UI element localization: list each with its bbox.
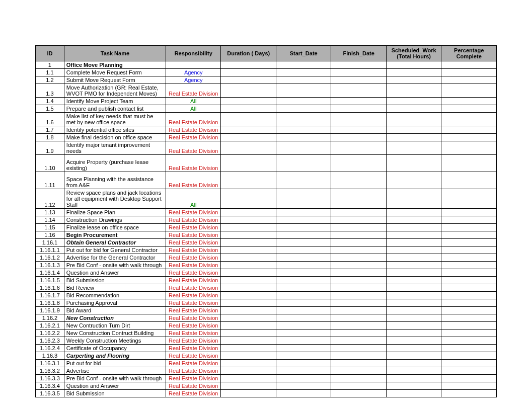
cell-duration (221, 390, 276, 397)
cell-finish-date (331, 231, 386, 239)
cell-responsibility: Real Estate Division (166, 155, 220, 172)
cell-duration (221, 337, 276, 345)
cell-start-date (276, 134, 331, 141)
cell-finish-date (331, 172, 386, 189)
cell-duration (221, 231, 276, 239)
cell-start-date (276, 105, 331, 113)
cell-id: 1.16.1.8 (36, 299, 64, 307)
cell-id: 1.2 (36, 76, 64, 84)
table-row: 1.16Begin ProcurementReal Estate Divisio… (36, 231, 497, 239)
cell-hours (386, 172, 441, 189)
cell-start-date (276, 322, 331, 330)
cell-duration (221, 224, 276, 231)
cell-id: 1.16.2 (36, 314, 64, 322)
cell-task-name: Put out for bid (64, 360, 166, 367)
cell-hours (386, 61, 441, 69)
cell-responsibility: Real Estate Division (166, 239, 220, 246)
cell-responsibility: Agency (166, 76, 220, 84)
table-row: 1.10Acquire Property (purchase lease exi… (36, 155, 497, 172)
cell-id: 1.14 (36, 216, 64, 224)
cell-pct (441, 155, 497, 172)
cell-hours (386, 284, 441, 292)
cell-finish-date (331, 360, 386, 367)
cell-responsibility: Real Estate Division (166, 322, 220, 330)
cell-id: 1.16.2.2 (36, 330, 64, 337)
cell-finish-date (331, 322, 386, 330)
cell-pct (441, 367, 497, 375)
cell-finish-date (331, 155, 386, 172)
cell-responsibility: Real Estate Division (166, 292, 220, 299)
cell-id: 1.16.2.4 (36, 345, 64, 352)
cell-finish-date (331, 224, 386, 231)
cell-task-name: New Construction Contruct Building (64, 330, 166, 337)
cell-task-name: Pre Bid Conf - onsite with walk through (64, 262, 166, 269)
cell-hours (386, 352, 441, 360)
table-row: 1.16.1.1Put out for bid for General Cont… (36, 246, 497, 254)
cell-start-date (276, 231, 331, 239)
cell-finish-date (331, 262, 386, 269)
cell-task-name: Submit Move Request Form (64, 76, 166, 84)
cell-start-date (276, 360, 331, 367)
cell-finish-date (331, 382, 386, 390)
cell-duration (221, 113, 276, 126)
cell-duration (221, 98, 276, 105)
cell-duration (221, 277, 276, 284)
cell-responsibility: Agency (166, 69, 220, 76)
cell-hours (386, 367, 441, 375)
cell-hours (386, 76, 441, 84)
cell-finish-date (331, 76, 386, 84)
cell-duration (221, 254, 276, 262)
header-hours: Scheduled_Work (Total Hours) (386, 46, 441, 61)
cell-duration (221, 367, 276, 375)
cell-hours (386, 254, 441, 262)
cell-pct (441, 337, 497, 345)
cell-id: 1.8 (36, 134, 64, 141)
cell-task-name: Space Planning with the assistance from … (64, 172, 166, 189)
cell-finish-date (331, 307, 386, 314)
cell-start-date (276, 277, 331, 284)
cell-responsibility: Real Estate Division (166, 277, 220, 284)
cell-finish-date (331, 189, 386, 209)
cell-pct (441, 134, 497, 141)
cell-finish-date (331, 375, 386, 382)
table-row: 1.8Make final decision on office spaceRe… (36, 134, 497, 141)
table-row: 1.16.1.9Bid AwardReal Estate Division (36, 307, 497, 314)
cell-pct (441, 246, 497, 254)
cell-hours (386, 299, 441, 307)
cell-id: 1.16.1.4 (36, 269, 64, 277)
cell-task-name: Make final decision on office space (64, 134, 166, 141)
cell-start-date (276, 69, 331, 76)
table-row: 1.14Construction DrawingsReal Estate Div… (36, 216, 497, 224)
cell-id: 1.10 (36, 155, 64, 172)
cell-pct (441, 61, 497, 69)
cell-id: 1.16.3.5 (36, 390, 64, 397)
cell-duration (221, 345, 276, 352)
cell-start-date (276, 61, 331, 69)
cell-duration (221, 172, 276, 189)
cell-responsibility: Real Estate Division (166, 345, 220, 352)
cell-pct (441, 322, 497, 330)
cell-hours (386, 277, 441, 284)
cell-finish-date (331, 330, 386, 337)
cell-finish-date (331, 61, 386, 69)
cell-duration (221, 84, 276, 98)
cell-hours (386, 382, 441, 390)
cell-start-date (276, 246, 331, 254)
cell-pct (441, 69, 497, 76)
cell-duration (221, 292, 276, 299)
cell-finish-date (331, 269, 386, 277)
cell-pct (441, 189, 497, 209)
cell-pct (441, 269, 497, 277)
cell-responsibility: Real Estate Division (166, 269, 220, 277)
cell-finish-date (331, 367, 386, 375)
cell-hours (386, 216, 441, 224)
cell-finish-date (331, 239, 386, 246)
table-body: 1Office Move Planning1.1Complete Move Re… (36, 61, 497, 397)
table-row: 1.16.1.3Pre Bid Conf - onsite with walk … (36, 262, 497, 269)
cell-start-date (276, 337, 331, 345)
cell-id: 1.16.2.1 (36, 322, 64, 330)
cell-id: 1.5 (36, 105, 64, 113)
cell-start-date (276, 98, 331, 105)
table-row: 1.16.3Carperting and FlooringReal Estate… (36, 352, 497, 360)
cell-id: 1.16.3.2 (36, 367, 64, 375)
